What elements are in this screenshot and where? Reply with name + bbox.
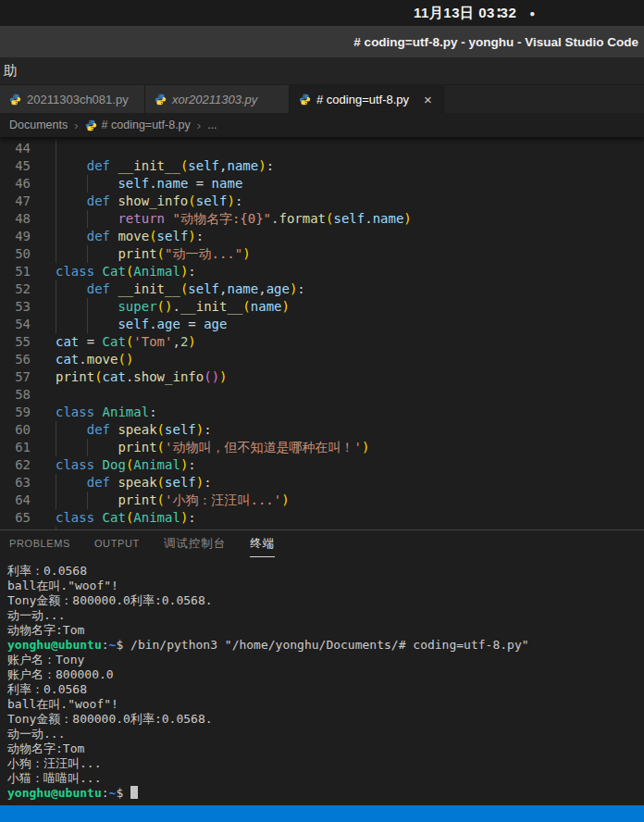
code-line[interactable]: 63 def speak(self):	[0, 474, 644, 492]
terminal-cursor	[130, 786, 138, 799]
code-text: print(cat.show_info())	[56, 368, 228, 386]
code-line[interactable]: 46 self.name = name	[0, 175, 644, 193]
title-bar: # coding=utf-8.py - yonghu - Visual Stud…	[0, 26, 644, 57]
tab-label: 20211303ch081.py	[27, 93, 129, 106]
terminal-line: 小猫：喵喵叫...	[7, 771, 644, 786]
code-line[interactable]: 55cat = Cat('Tom',2)	[0, 333, 644, 351]
code-text: super().__init__(name)	[56, 298, 290, 316]
line-number: 54	[0, 316, 31, 333]
code-line[interactable]: 50 print("动一动...")	[0, 245, 644, 263]
line-number: 57	[0, 368, 31, 386]
code-line[interactable]: 56cat.move()	[0, 351, 644, 368]
code-line[interactable]: 59class Animal:	[0, 404, 644, 421]
code-line[interactable]: 65class Cat(Animal):	[0, 509, 644, 527]
code-text: def speak(self):	[56, 421, 212, 439]
line-number: 51	[0, 263, 31, 280]
line-number: 55	[0, 333, 31, 351]
terminal-line: 利率：0.0568	[7, 682, 644, 697]
line-number: 45	[0, 157, 31, 175]
code-text: print('动物叫，但不知道是哪种在叫！')	[56, 439, 369, 456]
status-bar	[0, 805, 644, 822]
line-number: 64	[0, 492, 31, 509]
system-clock[interactable]: 11月13日 03∶32 ●	[414, 0, 536, 26]
breadcrumb-label: ...	[207, 118, 217, 131]
panel-tab-bar: PROBLEMSOUTPUT调试控制台终端	[0, 529, 644, 557]
code-text: class Animal:	[56, 404, 157, 421]
terminal-line: ball在叫."woof"!	[7, 697, 644, 712]
terminal[interactable]: 利率：0.0568ball在叫."woof"!Tony金额：800000.0利率…	[0, 557, 644, 805]
panel-tab-problems[interactable]: PROBLEMS	[9, 530, 70, 558]
window-title: # coding=utf-8.py - yonghu - Visual Stud…	[353, 35, 638, 49]
line-number: 52	[0, 280, 31, 298]
code-line[interactable]: 44	[0, 140, 644, 157]
editor-tab[interactable]: 20211303ch081.py	[0, 85, 145, 113]
terminal-line: ball在叫."woof"!	[7, 579, 644, 593]
line-number: 49	[0, 228, 31, 245]
panel-tab-终端[interactable]: 终端	[250, 530, 275, 558]
terminal-line: 账户名：800000.0	[7, 667, 644, 682]
code-line[interactable]: 49 def move(self):	[0, 228, 644, 245]
code-text: def __init__(self,name,age):	[56, 280, 305, 298]
editor-tab[interactable]: xor20211303.py	[145, 85, 290, 113]
terminal-line: 动一动...	[7, 608, 644, 623]
code-text: def __init__(self,name):	[56, 157, 274, 175]
tab-label: # coding=utf-8.py	[316, 93, 409, 106]
chevron-right-icon: ›	[74, 118, 78, 132]
breadcrumb-item[interactable]: ...	[207, 118, 217, 131]
line-number: 62	[0, 456, 31, 474]
code-line[interactable]: 57print(cat.show_info())	[0, 368, 644, 386]
code-text: def speak(self):	[56, 527, 212, 529]
code-line[interactable]: 47 def show_info(self):	[0, 193, 644, 210]
line-number: 58	[0, 386, 31, 404]
code-line[interactable]: 48 return "动物名字:{0}".format(self.name)	[0, 210, 644, 228]
menu-item-help-partial[interactable]: 助	[0, 62, 21, 80]
menu-bar: 助	[0, 57, 644, 85]
editor-tab[interactable]: # coding=utf-8.py×	[290, 85, 444, 113]
code-line[interactable]: 60 def speak(self):	[0, 421, 644, 439]
vscode-window: 11月13日 03∶32 ● # coding=utf-8.py - yongh…	[0, 0, 644, 822]
code-line[interactable]: 51class Cat(Animal):	[0, 263, 644, 280]
close-icon[interactable]: ×	[424, 93, 432, 106]
line-number: 63	[0, 474, 31, 492]
code-text: cat.move()	[56, 351, 133, 368]
terminal-line: 动一动...	[7, 727, 644, 741]
code-text: cat = Cat('Tom',2)	[56, 333, 196, 351]
line-number: 56	[0, 351, 31, 368]
code-text: def move(self):	[56, 228, 204, 245]
code-line[interactable]: 54 self.age = age	[0, 316, 644, 333]
breadcrumb-item[interactable]: Documents	[9, 118, 68, 131]
breadcrumb-item[interactable]: # coding=utf-8.py	[85, 118, 191, 131]
code-line[interactable]: 45 def __init__(self,name):	[0, 157, 644, 175]
code-text: print('小狗：汪汪叫...')	[56, 492, 290, 509]
code-line[interactable]: 61 print('动物叫，但不知道是哪种在叫！')	[0, 439, 644, 456]
notification-dot-icon: ●	[529, 8, 536, 19]
code-text: def show_info(self):	[56, 193, 242, 210]
clock-text: 11月13日 03∶32	[414, 5, 516, 22]
terminal-line: 利率：0.0568	[7, 564, 644, 579]
terminal-line: 动物名字:Tom	[7, 623, 644, 638]
panel-tab-output[interactable]: OUTPUT	[94, 530, 140, 558]
code-text: self.age = age	[56, 316, 227, 333]
code-text: class Cat(Animal):	[56, 263, 196, 280]
terminal-line: yonghu@ubuntu:~$	[7, 786, 644, 801]
panel-tab-调试控制台[interactable]: 调试控制台	[164, 530, 227, 558]
line-number: 66	[0, 527, 31, 529]
breadcrumb: Documents›# coding=utf-8.py›...	[0, 113, 644, 137]
terminal-line: yonghu@ubuntu:~$ /bin/python3 "/home/yon…	[7, 638, 644, 653]
code-text: print("动一动...")	[56, 245, 251, 263]
code-line[interactable]: 66 def speak(self):	[0, 527, 644, 529]
code-line[interactable]: 52 def __init__(self,name,age):	[0, 280, 644, 298]
line-number: 48	[0, 210, 31, 228]
indent-guide	[56, 140, 56, 157]
python-icon	[9, 93, 21, 106]
code-line[interactable]: 58	[0, 386, 644, 404]
system-top-bar: 11月13日 03∶32 ●	[0, 0, 644, 26]
code-text: return "动物名字:{0}".format(self.name)	[56, 210, 412, 228]
code-line[interactable]: 64 print('小狗：汪汪叫...')	[0, 492, 644, 509]
code-line[interactable]: 62class Dog(Animal):	[0, 456, 644, 474]
terminal-line: 小狗：汪汪叫...	[7, 756, 644, 771]
editor-code[interactable]: 4445 def __init__(self,name):46 self.nam…	[0, 137, 644, 529]
line-number: 53	[0, 298, 31, 316]
code-text: class Cat(Animal):	[56, 509, 196, 527]
code-line[interactable]: 53 super().__init__(name)	[0, 298, 644, 316]
